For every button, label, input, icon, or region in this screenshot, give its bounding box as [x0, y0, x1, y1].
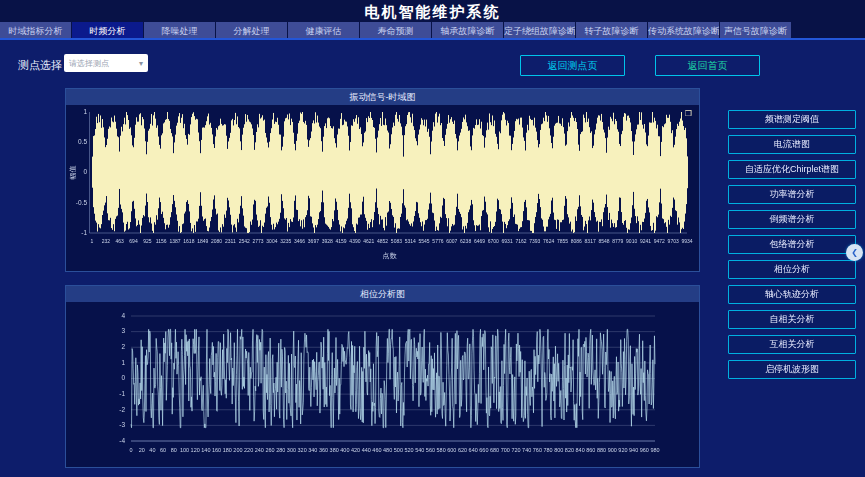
chevron-down-icon: ▾	[139, 59, 143, 68]
tab-10[interactable]: 传动系统故障诊断	[648, 22, 719, 38]
point-select-dropdown[interactable]: 请选择测点 ▾	[64, 54, 148, 72]
point-select-value: 请选择测点	[69, 58, 109, 69]
tab-11[interactable]: 声信号故障诊断	[720, 22, 791, 38]
time-domain-chart[interactable]	[66, 105, 699, 271]
back-home-button[interactable]: 返回首页	[655, 55, 760, 76]
analysis-button-4[interactable]: 功率谱分析	[728, 185, 856, 204]
tab-6[interactable]: 寿命预测	[360, 22, 431, 38]
point-select-label: 测点选择	[18, 58, 62, 73]
analysis-button-6[interactable]: 包络谱分析	[728, 235, 856, 254]
tab-1[interactable]: 时域指标分析	[0, 22, 71, 38]
controls-row: 测点选择 请选择测点 ▾ 返回测点页 返回首页	[0, 42, 865, 88]
tab-8[interactable]: 定子绕组故障诊断	[504, 22, 575, 38]
phase-chart-title: 相位分析图	[66, 286, 699, 302]
time-domain-chart-title: 振动信号-时域图	[66, 89, 699, 105]
page-title: 电机智能维护系统	[0, 0, 865, 23]
analysis-button-9[interactable]: 自相关分析	[728, 310, 856, 329]
analysis-button-list: 频谱测定阈值电流谱图自适应优化Chirplet谱图功率谱分析倒频谱分析包络谱分析…	[728, 110, 856, 379]
time-domain-chart-panel: 振动信号-时域图 ❒	[65, 88, 700, 272]
analysis-button-1[interactable]: 频谱测定阈值	[728, 110, 856, 129]
tab-2[interactable]: 时频分析	[72, 22, 143, 38]
tab-5[interactable]: 健康评估	[288, 22, 359, 38]
analysis-button-11[interactable]: 启停机波形图	[728, 360, 856, 379]
phase-chart[interactable]	[66, 302, 699, 467]
analysis-button-5[interactable]: 倒频谱分析	[728, 210, 856, 229]
tab-3[interactable]: 降噪处理	[144, 22, 215, 38]
tab-9[interactable]: 转子故障诊断	[576, 22, 647, 38]
app-header: 电机智能维护系统	[0, 0, 865, 22]
back-to-points-button[interactable]: 返回测点页	[520, 55, 625, 76]
analysis-button-2[interactable]: 电流谱图	[728, 135, 856, 154]
tab-4[interactable]: 分解处理	[216, 22, 287, 38]
tab-bar: 时域指标分析时频分析降噪处理分解处理健康评估寿命预测轴承故障诊断定子绕组故障诊断…	[0, 22, 865, 40]
chevron-left-icon: ❮	[851, 248, 858, 257]
tab-7[interactable]: 轴承故障诊断	[432, 22, 503, 38]
phase-chart-panel: 相位分析图	[65, 285, 700, 468]
analysis-button-7[interactable]: 相位分析	[728, 260, 856, 279]
chart-toolbox-icon[interactable]: ❒	[685, 110, 692, 118]
analysis-button-3[interactable]: 自适应优化Chirplet谱图	[728, 160, 856, 179]
analysis-button-8[interactable]: 轴心轨迹分析	[728, 285, 856, 304]
floating-widget[interactable]: ❮	[846, 244, 863, 261]
analysis-button-10[interactable]: 互相关分析	[728, 335, 856, 354]
